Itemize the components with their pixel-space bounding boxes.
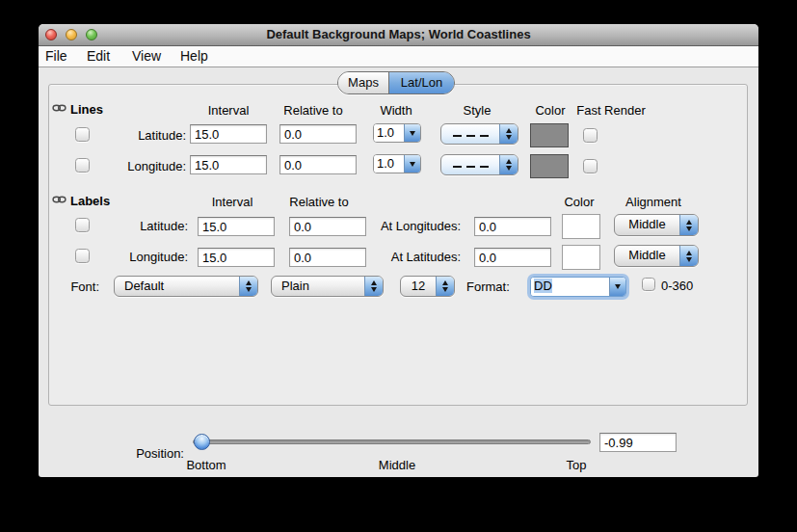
lines-header-width: Width xyxy=(380,103,412,118)
width-value: 1.0 xyxy=(374,124,404,142)
labels-longitude-at-label: At Latitudes: xyxy=(362,250,461,264)
lines-longitude-fastrender-checkbox[interactable] xyxy=(583,159,598,173)
app-window: Default Background Maps; World Coastline… xyxy=(39,24,758,477)
lines-header-color: Color xyxy=(535,103,565,118)
labels-header-color: Color xyxy=(564,195,594,209)
menu-item-file[interactable]: File xyxy=(45,46,67,66)
lines-section-label: Lines xyxy=(70,102,103,117)
tab-latlon[interactable]: Lat/Lon xyxy=(389,72,454,93)
position-slider-thumb[interactable] xyxy=(194,434,210,450)
font-style-select[interactable]: Plain xyxy=(271,276,384,297)
dashed-line-icon xyxy=(441,124,499,144)
lines-latitude-width-combo[interactable]: 1.0 xyxy=(373,123,421,143)
lines-latitude-style-select[interactable] xyxy=(440,123,518,145)
stepper-arrows-icon xyxy=(364,277,383,296)
tick-bottom: Bottom xyxy=(186,458,226,472)
stepper-arrows-icon xyxy=(679,246,698,266)
range-0-360-label: 0-360 xyxy=(661,279,693,293)
labels-latitude-interval-input[interactable] xyxy=(198,217,275,236)
lines-link-icon xyxy=(52,103,66,113)
range-0-360-checkbox[interactable] xyxy=(642,278,655,291)
labels-longitude-color-well[interactable] xyxy=(562,245,600,270)
labels-header-alignment: Alignment xyxy=(625,195,681,209)
dropdown-arrow-icon xyxy=(404,155,420,173)
format-field: DD xyxy=(531,278,609,296)
font-size-select[interactable]: 12 xyxy=(400,276,455,297)
labels-header-relative: Relative to xyxy=(289,195,348,209)
lines-latitude-label: Latitude: xyxy=(124,128,186,143)
lines-longitude-width-combo[interactable]: 1.0 xyxy=(373,154,421,173)
position-label: Position: xyxy=(117,446,184,461)
lines-longitude-interval-input[interactable] xyxy=(190,155,267,174)
font-name-select[interactable]: Default xyxy=(114,276,258,297)
labels-latitude-alignment-select[interactable]: Middle xyxy=(614,214,699,236)
lines-header-interval: Interval xyxy=(208,103,250,118)
lines-longitude-style-select[interactable] xyxy=(440,154,518,175)
labels-longitude-checkbox[interactable] xyxy=(75,249,90,263)
screen-background: Default Background Maps; World Coastline… xyxy=(0,0,797,532)
labels-latitude-at-label: At Longitudes: xyxy=(362,219,461,233)
window-title: Default Background Maps; World Coastline… xyxy=(39,24,758,45)
lines-header-fastrender: Fast Render xyxy=(576,103,646,118)
tick-top: Top xyxy=(567,458,587,472)
stepper-arrows-icon xyxy=(436,277,454,296)
format-combo[interactable]: DD xyxy=(530,277,626,297)
menu-item-edit[interactable]: Edit xyxy=(87,46,110,66)
labels-longitude-at-input[interactable] xyxy=(474,248,551,267)
format-label: Format: xyxy=(466,279,510,294)
lines-header-style: Style xyxy=(464,103,491,118)
lines-longitude-color-well[interactable] xyxy=(530,154,569,178)
titlebar[interactable]: Default Background Maps; World Coastline… xyxy=(39,24,758,46)
stepper-arrows-icon xyxy=(239,277,257,296)
font-size-value: 12 xyxy=(401,277,436,296)
dropdown-arrow-icon xyxy=(609,278,625,296)
position-slider-track[interactable] xyxy=(193,439,591,444)
font-style-value: Plain xyxy=(272,277,364,296)
lines-latitude-fastrender-checkbox[interactable] xyxy=(583,128,598,143)
stepper-arrows-icon xyxy=(499,124,518,144)
tab-maps[interactable]: Maps xyxy=(338,72,389,93)
position-value-input[interactable] xyxy=(599,433,677,452)
dashed-line-icon xyxy=(441,155,499,174)
labels-latitude-label: Latitude: xyxy=(126,219,188,233)
alignment-value: Middle xyxy=(615,246,679,266)
labels-longitude-interval-input[interactable] xyxy=(198,248,275,267)
dropdown-arrow-icon xyxy=(404,124,420,142)
width-value: 1.0 xyxy=(374,155,404,173)
menu-item-view[interactable]: View xyxy=(132,46,161,66)
labels-latitude-at-input[interactable] xyxy=(474,217,551,236)
lines-longitude-checkbox[interactable] xyxy=(75,158,90,173)
labels-section-label: Labels xyxy=(70,194,110,208)
labels-latitude-color-well[interactable] xyxy=(562,214,600,239)
labels-longitude-relative-input[interactable] xyxy=(289,248,366,267)
labels-link-icon xyxy=(52,195,66,204)
lines-latitude-checkbox[interactable] xyxy=(75,127,90,142)
lines-latitude-relative-input[interactable] xyxy=(279,124,357,144)
lines-longitude-label: Longitude: xyxy=(124,159,186,173)
labels-latitude-relative-input[interactable] xyxy=(289,217,366,236)
stepper-arrows-icon xyxy=(499,155,518,174)
stepper-arrows-icon xyxy=(679,215,698,235)
tick-middle: Middle xyxy=(379,458,415,472)
lines-latitude-interval-input[interactable] xyxy=(190,124,267,144)
lines-longitude-relative-input[interactable] xyxy=(279,155,357,174)
labels-longitude-alignment-select[interactable]: Middle xyxy=(614,245,699,267)
font-label: Font: xyxy=(51,279,99,294)
labels-header-interval: Interval xyxy=(212,195,253,209)
font-name-value: Default xyxy=(115,277,239,296)
lines-header-relative: Relative to xyxy=(283,103,342,118)
labels-longitude-label: Longitude: xyxy=(126,250,188,264)
menubar: File Edit View Help xyxy=(39,46,758,67)
menu-item-help[interactable]: Help xyxy=(180,46,208,66)
labels-latitude-checkbox[interactable] xyxy=(75,218,90,232)
lines-latitude-color-well[interactable] xyxy=(530,123,569,147)
alignment-value: Middle xyxy=(615,215,679,235)
format-value: DD xyxy=(534,279,552,293)
tab-group: Maps Lat/Lon xyxy=(337,71,455,94)
